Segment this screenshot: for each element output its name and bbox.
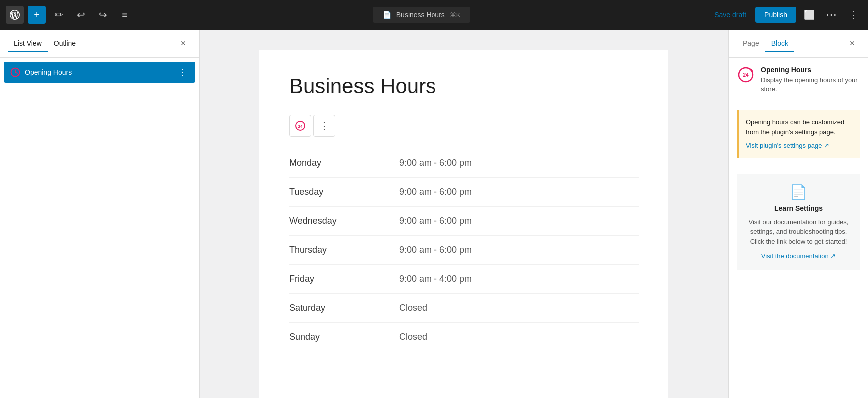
block-more-button[interactable]: ⋮: [313, 115, 335, 137]
wordpress-icon: [9, 9, 21, 21]
block-info: 24 Opening Hours Display the opening hou…: [729, 58, 868, 102]
table-row: Friday9:00 am - 4:00 pm: [289, 265, 639, 294]
right-panel-header: Page Block ×: [729, 30, 868, 58]
learn-section: 📄 Learn Settings Visit our documentation…: [737, 174, 860, 271]
hours-cell: Closed: [399, 323, 639, 352]
editor-area: Business Hours 24 ⋮ Monday9:00 am - 6:00…: [200, 30, 728, 398]
editor-content: Business Hours 24 ⋮ Monday9:00 am - 6:00…: [259, 50, 668, 398]
options-button[interactable]: ⋮: [844, 6, 862, 24]
hours-cell: 9:00 am - 6:00 pm: [399, 149, 639, 178]
day-cell: Monday: [289, 149, 399, 178]
block-info-title: Opening Hours: [761, 66, 860, 74]
redo-button[interactable]: ↪: [94, 6, 112, 24]
save-draft-button[interactable]: Save draft: [709, 8, 751, 22]
clock-icon: [10, 67, 21, 78]
doc-title-pill[interactable]: 📄 Business Hours ⌘K: [373, 7, 471, 23]
panel-close-button[interactable]: ×: [175, 36, 191, 52]
tab-outline[interactable]: Outline: [48, 35, 82, 52]
list-item-opening-hours[interactable]: Opening Hours ⋮: [4, 62, 195, 83]
plugin-settings-link[interactable]: Visit plugin's settings page ↗: [746, 141, 829, 151]
keyboard-shortcut: ⌘K: [450, 11, 461, 19]
svg-line-2: [15, 72, 17, 73]
day-cell: Tuesday: [289, 178, 399, 207]
publish-button[interactable]: Publish: [755, 7, 796, 23]
documentation-link[interactable]: Visit the documentation ↗: [761, 252, 836, 260]
topbar: + ✏ ↩ ↪ ≡ 📄 Business Hours ⌘K Save draft…: [0, 0, 868, 30]
table-row: SundayClosed: [289, 323, 639, 352]
svg-text:24: 24: [743, 72, 749, 78]
notice-text: Opening hours can be customized from the…: [746, 118, 844, 136]
tab-block[interactable]: Block: [765, 35, 794, 52]
undo-button[interactable]: ↩: [72, 6, 90, 24]
hours-cell: 9:00 am - 4:00 pm: [399, 265, 639, 294]
edit-button[interactable]: ✏: [50, 6, 68, 24]
table-row: Wednesday9:00 am - 6:00 pm: [289, 207, 639, 236]
left-panel: List View Outline × Opening Hours ⋮: [0, 30, 200, 398]
table-row: Thursday9:00 am - 6:00 pm: [289, 236, 639, 265]
right-panel-close-button[interactable]: ×: [844, 36, 860, 52]
block-toolbar: 24 ⋮: [289, 115, 639, 137]
block-icon-button[interactable]: 24: [289, 115, 311, 137]
table-row: Monday9:00 am - 6:00 pm: [289, 149, 639, 178]
learn-title: Learn Settings: [745, 204, 852, 212]
notice-box: Opening hours can be customized from the…: [737, 110, 860, 158]
day-cell: Saturday: [289, 294, 399, 323]
doc-title: Business Hours: [396, 11, 445, 19]
hours-table: Monday9:00 am - 6:00 pmTuesday9:00 am - …: [289, 149, 639, 351]
block-info-desc: Display the opening hours of your store.: [761, 76, 860, 94]
day-cell: Wednesday: [289, 207, 399, 236]
main-layout: List View Outline × Opening Hours ⋮: [0, 30, 868, 398]
svg-text:24: 24: [298, 124, 303, 129]
block-info-icon: 24: [737, 66, 755, 84]
opening-hours-block-icon: 24: [737, 66, 755, 84]
list-view-button[interactable]: ≡: [116, 6, 134, 24]
doc-icon: 📄: [383, 11, 391, 19]
learn-desc: Visit our documentation for guides, sett…: [745, 217, 852, 247]
add-button[interactable]: +: [28, 6, 46, 24]
day-cell: Friday: [289, 265, 399, 294]
settings-button[interactable]: ⋯: [822, 6, 840, 24]
list-item-label: Opening Hours: [25, 68, 172, 76]
tab-page[interactable]: Page: [737, 35, 765, 52]
right-panel: Page Block × 24 Opening Hours Display th…: [728, 30, 868, 398]
hours-cell: 9:00 am - 6:00 pm: [399, 178, 639, 207]
list-view-content: Opening Hours ⋮: [0, 58, 199, 87]
table-row: SaturdayClosed: [289, 294, 639, 323]
hours-cell: 9:00 am - 6:00 pm: [399, 207, 639, 236]
view-button[interactable]: ⬜: [800, 6, 818, 24]
hours-cell: Closed: [399, 294, 639, 323]
block-info-text: Opening Hours Display the opening hours …: [761, 66, 860, 94]
topbar-center: 📄 Business Hours ⌘K: [138, 7, 705, 23]
list-item-more-button[interactable]: ⋮: [176, 66, 189, 79]
day-cell: Thursday: [289, 236, 399, 265]
wp-logo: [6, 6, 24, 24]
hours-cell: 9:00 am - 6:00 pm: [399, 236, 639, 265]
topbar-right: Save draft Publish ⬜ ⋯ ⋮: [709, 6, 862, 24]
table-row: Tuesday9:00 am - 6:00 pm: [289, 178, 639, 207]
left-panel-header: List View Outline ×: [0, 30, 199, 58]
learn-icon: 📄: [745, 184, 852, 200]
day-cell: Sunday: [289, 323, 399, 352]
tab-list-view[interactable]: List View: [8, 35, 48, 52]
page-title: Business Hours: [289, 74, 639, 99]
